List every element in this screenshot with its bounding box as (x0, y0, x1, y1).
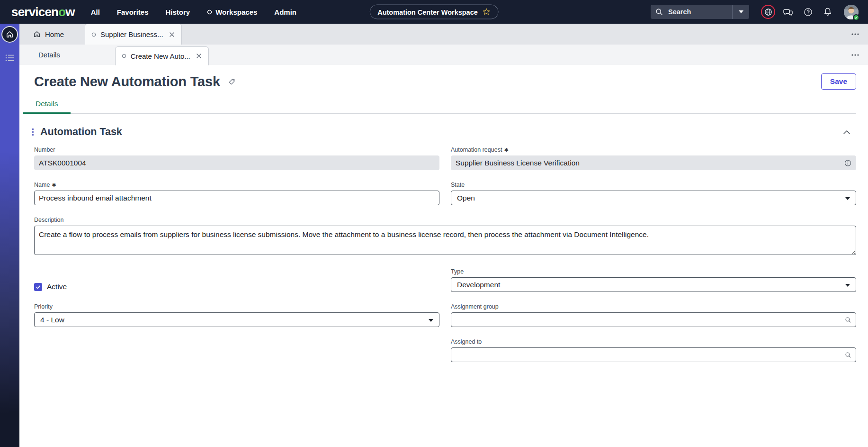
field-assignment-group: Assignment group (451, 303, 856, 327)
title-row: Create New Automation Task Save (34, 73, 856, 90)
globe-icon (764, 8, 773, 17)
sidebar-home-button[interactable] (1, 26, 18, 43)
automation-request-input[interactable] (451, 155, 856, 170)
ellipsis-icon (851, 33, 859, 35)
workspace-ring-icon (207, 9, 212, 15)
caret-down-icon (429, 319, 433, 322)
required-icon: ✱ (504, 147, 508, 153)
tab-details-label: Details (38, 51, 60, 59)
state-label: State (451, 182, 856, 188)
chat-button[interactable] (779, 3, 796, 20)
name-label: Name ✱ (34, 182, 439, 188)
logo-green-o: o (58, 5, 65, 19)
field-assigned-to: Assigned to (451, 338, 856, 362)
field-automation-request: Automation request ✱ (451, 146, 856, 170)
assigned-to-label: Assigned to (451, 338, 856, 345)
global-search (651, 5, 749, 19)
form-tab-strip: Details (23, 95, 856, 114)
form-grid: Number Automation request ✱ (34, 146, 856, 374)
global-header: servicenow All Favorites History Workspa… (0, 0, 868, 24)
tab-create-new-label: Create New Auto... (131, 52, 190, 60)
field-description: Description Create a flow to process ema… (34, 217, 856, 257)
field-type: Type Development (451, 268, 856, 292)
home-icon (6, 30, 14, 38)
number-input[interactable] (34, 155, 439, 170)
tag-icon (228, 78, 236, 86)
presence-status-icon (853, 14, 859, 21)
assignment-group-input[interactable] (451, 312, 856, 327)
language-globe-button[interactable] (760, 3, 777, 20)
chat-icon (783, 7, 793, 17)
page-title: Create New Automation Task (34, 74, 220, 90)
checkmark-icon (36, 284, 41, 290)
field-active[interactable]: Active (34, 283, 439, 291)
tag-button[interactable] (227, 77, 237, 87)
assigned-to-input[interactable] (451, 347, 856, 362)
automation-request-label: Automation request ✱ (451, 146, 856, 153)
section-header: Automation Task (34, 126, 856, 138)
tab-details[interactable]: Details (36, 45, 62, 65)
record-tab-overflow-button[interactable] (849, 51, 862, 59)
workspace-tab-overflow-button[interactable] (849, 30, 862, 38)
section-title: Automation Task (40, 126, 122, 138)
nav-admin[interactable]: Admin (274, 8, 296, 16)
active-checkbox[interactable] (34, 283, 42, 291)
type-label: Type (451, 268, 856, 275)
state-select[interactable]: Open (451, 191, 856, 205)
tab-home-label: Home (45, 30, 64, 38)
type-value: Development (457, 281, 500, 289)
help-icon (803, 7, 813, 17)
form-tab-details[interactable]: Details (23, 95, 71, 114)
description-label: Description (34, 217, 856, 223)
kebab-icon (32, 128, 34, 136)
tab-home[interactable]: Home (25, 24, 72, 45)
app-body: Home Supplier Business... (0, 24, 868, 447)
close-icon (197, 54, 201, 58)
field-state: State Open (451, 182, 856, 205)
field-name: Name ✱ (34, 182, 439, 205)
nav-all[interactable]: All (91, 8, 100, 16)
workspace-pill-label: Automation Center Workspace (377, 8, 478, 16)
automation-task-section: Automation Task Number (34, 126, 856, 374)
caret-down-icon (845, 284, 850, 287)
tab-supplier-business[interactable]: Supplier Business... (85, 24, 182, 45)
user-menu[interactable] (839, 5, 859, 19)
logo-text-end: w (65, 5, 74, 19)
description-textarea[interactable]: Create a flow to process emails from sup… (34, 226, 856, 255)
search-input[interactable] (667, 8, 724, 16)
type-select[interactable]: Development (451, 277, 856, 292)
record-ring-icon (122, 54, 126, 58)
priority-select[interactable]: 4 - Low (34, 312, 439, 327)
caret-down-icon (845, 197, 850, 200)
tab-supplier-business-label: Supplier Business... (100, 30, 163, 38)
tab-create-new-automation-task[interactable]: Create New Auto... (115, 46, 209, 65)
field-priority: Priority 4 - Low (34, 303, 439, 327)
servicenow-logo[interactable]: servicenow (11, 5, 75, 19)
section-kebab-button[interactable] (31, 127, 35, 137)
notifications-button[interactable] (819, 3, 836, 20)
ellipsis-icon (851, 54, 859, 56)
search-input-box[interactable] (651, 5, 732, 19)
number-label: Number (34, 146, 439, 153)
global-nav: All Favorites History Workspaces Admin (91, 8, 296, 16)
save-button[interactable]: Save (821, 73, 856, 90)
workspace-pill-button[interactable]: Automation Center Workspace (369, 5, 499, 19)
logo-text: servicen (11, 5, 58, 19)
name-input[interactable] (34, 191, 439, 205)
active-label: Active (47, 283, 67, 291)
nav-history[interactable]: History (166, 8, 190, 16)
collapse-section-button[interactable] (841, 128, 852, 137)
main-area: Home Supplier Business... (19, 24, 868, 447)
close-tab-button[interactable] (196, 53, 202, 59)
bell-icon (823, 7, 832, 17)
priority-label: Priority (34, 303, 439, 310)
sidebar-menu-button[interactable] (3, 52, 16, 64)
nav-favorites[interactable]: Favorites (117, 8, 149, 16)
record-tab-bar: Details Create New Auto... (19, 45, 868, 65)
help-button[interactable] (799, 3, 816, 20)
close-tab-button[interactable] (169, 31, 175, 38)
search-scope-dropdown[interactable] (732, 5, 749, 19)
favorite-star-icon[interactable] (483, 8, 491, 16)
field-number: Number (34, 146, 439, 170)
nav-workspaces[interactable]: Workspaces (207, 8, 257, 16)
